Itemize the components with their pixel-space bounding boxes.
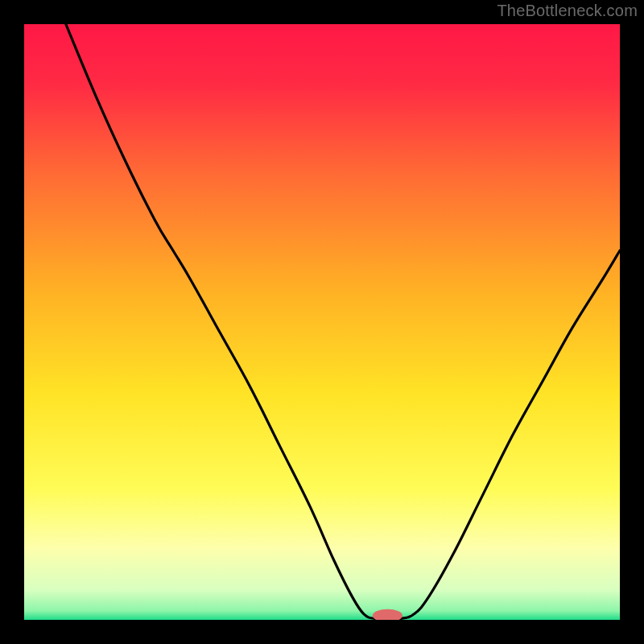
chart-frame: TheBottleneck.com	[0, 0, 644, 644]
plot-area	[24, 24, 620, 620]
chart-svg	[24, 24, 620, 620]
watermark-text: TheBottleneck.com	[497, 2, 638, 20]
